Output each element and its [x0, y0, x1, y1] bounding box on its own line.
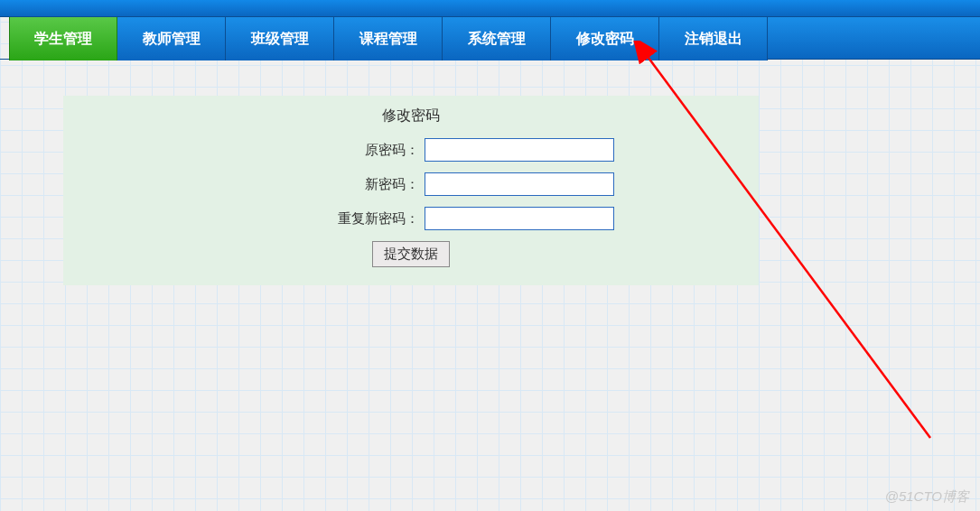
watermark-text: @51CTO博客: [885, 488, 969, 506]
nav-label: 课程管理: [359, 30, 417, 49]
nav-item-teacher-management[interactable]: 教师管理: [117, 17, 226, 60]
button-row: 提交数据: [81, 241, 741, 267]
nav-label: 修改密码: [576, 30, 634, 49]
nav-item-course-management[interactable]: 课程管理: [334, 17, 443, 60]
repeat-password-input[interactable]: [425, 207, 614, 230]
nav-item-system-management[interactable]: 系统管理: [443, 17, 551, 60]
nav-label: 班级管理: [251, 30, 309, 49]
content-area: 修改密码 原密码： 新密码： 重复新密码： 提交数据: [0, 60, 980, 285]
form-row-old-password: 原密码：: [81, 138, 741, 162]
change-password-panel: 修改密码 原密码： 新密码： 重复新密码： 提交数据: [63, 96, 759, 285]
nav-item-change-password[interactable]: 修改密码: [551, 17, 659, 60]
submit-button[interactable]: 提交数据: [372, 241, 450, 267]
old-password-label: 原密码：: [81, 142, 425, 159]
header-gradient-bar: [0, 0, 980, 16]
nav-label: 注销退出: [685, 30, 742, 49]
old-password-input[interactable]: [425, 138, 614, 162]
nav-item-logout[interactable]: 注销退出: [659, 17, 768, 60]
form-row-repeat-password: 重复新密码：: [81, 207, 741, 230]
new-password-label: 新密码：: [81, 176, 425, 193]
nav-item-class-management[interactable]: 班级管理: [226, 17, 334, 60]
panel-title: 修改密码: [81, 107, 741, 125]
main-nav: 学生管理 教师管理 班级管理 课程管理 系统管理 修改密码 注销退出: [0, 16, 980, 60]
form-row-new-password: 新密码：: [81, 172, 741, 196]
new-password-input[interactable]: [425, 172, 614, 196]
nav-filler: [768, 17, 980, 59]
repeat-password-label: 重复新密码：: [81, 210, 425, 228]
nav-label: 系统管理: [468, 30, 526, 49]
nav-label: 学生管理: [34, 30, 92, 49]
nav-label: 教师管理: [143, 30, 201, 49]
nav-item-student-management[interactable]: 学生管理: [9, 17, 117, 60]
